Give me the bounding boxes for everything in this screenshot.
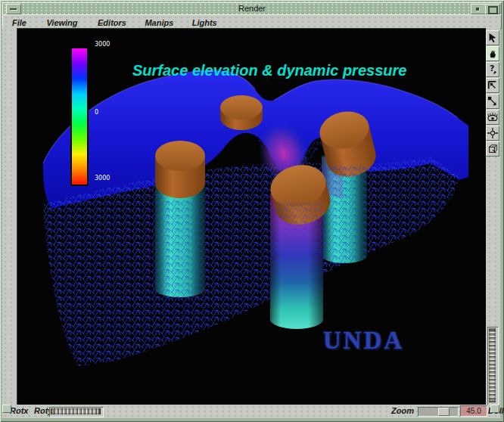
zoom-label: Zoom xyxy=(391,406,414,415)
set-home-icon xyxy=(487,96,498,107)
seek-icon xyxy=(487,128,498,138)
window-menu-button[interactable] xyxy=(6,4,21,14)
menu-manips[interactable]: Manips xyxy=(145,18,173,27)
zoom-slider-handle[interactable] xyxy=(438,408,450,416)
help-arrow-icon xyxy=(487,64,498,75)
dolly-thumbwheel[interactable] xyxy=(487,327,499,405)
pointer-icon xyxy=(487,33,498,43)
zoom-value-field[interactable]: 45.0 xyxy=(460,405,487,417)
status-bar: Rotx Roty Zoom 45.0 Dolly xyxy=(2,405,500,418)
render-window: Render File Viewing Editors Manips Light… xyxy=(0,0,504,422)
minimize-button[interactable] xyxy=(471,4,486,14)
minimize-icon xyxy=(476,8,479,11)
perspective-icon xyxy=(487,144,498,154)
maximize-button[interactable] xyxy=(485,4,500,14)
tool-home-button[interactable] xyxy=(486,78,499,93)
maximize-icon xyxy=(488,6,498,14)
frame-corner-right xyxy=(490,405,499,413)
zoom-slider[interactable] xyxy=(418,407,459,417)
window-title: Render xyxy=(3,4,501,13)
tool-pointer-button[interactable] xyxy=(486,30,499,45)
menu-bar: File Viewing Editors Manips Lights xyxy=(2,14,502,29)
titlebar[interactable]: Render xyxy=(2,2,502,15)
menu-lights[interactable]: Lights xyxy=(192,18,217,27)
colorbar-label-middle: 0 xyxy=(95,109,98,116)
cylinder-left xyxy=(155,141,205,297)
tool-seek-button[interactable] xyxy=(486,126,499,141)
colorbar-label-bottom: 3000 xyxy=(95,175,110,182)
colorbar-label-top: 3000 xyxy=(95,41,110,48)
window-menu-icon xyxy=(10,8,17,10)
menu-editors[interactable]: Editors xyxy=(98,18,126,27)
menu-viewing[interactable]: Viewing xyxy=(46,18,77,27)
tool-help-button[interactable]: ? xyxy=(486,62,499,77)
frame-corner-left xyxy=(2,405,11,413)
tool-view-all-button[interactable] xyxy=(486,110,499,125)
render-viewport[interactable]: 3000 0 3000 Surface elevation & dynamic … xyxy=(17,28,486,405)
view-all-icon xyxy=(487,112,498,123)
tool-hand-button[interactable] xyxy=(486,46,499,61)
tool-perspective-button[interactable] xyxy=(486,141,499,157)
watermark-text: UNDA xyxy=(323,327,404,355)
hand-icon xyxy=(487,48,498,59)
tool-set-home-button[interactable] xyxy=(486,94,499,109)
rot-thumbwheel[interactable] xyxy=(49,407,104,417)
menu-file[interactable]: File xyxy=(12,18,26,27)
cylinder-back xyxy=(220,95,263,130)
scene-title: Surface elevation & dynamic pressure xyxy=(132,62,481,79)
rotx-label: Rotx xyxy=(10,406,28,415)
colorbar-legend xyxy=(70,47,89,186)
home-icon xyxy=(487,80,498,91)
